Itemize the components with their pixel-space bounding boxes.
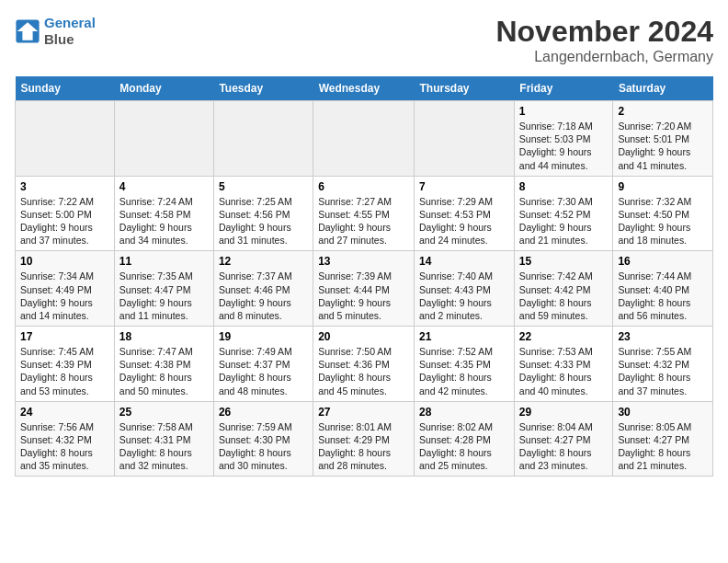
cell-w4-d4: 21Sunrise: 7:52 AM Sunset: 4:35 PM Dayli… [415,327,515,402]
day-number: 22 [519,330,609,343]
day-info: Sunrise: 7:24 AM Sunset: 4:58 PM Dayligh… [119,195,209,247]
header-tuesday: Tuesday [213,76,313,101]
day-info: Sunrise: 7:40 AM Sunset: 4:43 PM Dayligh… [419,270,509,322]
cell-w1-d3 [313,101,415,177]
day-number: 18 [119,330,209,343]
week-row-4: 17Sunrise: 7:45 AM Sunset: 4:39 PM Dayli… [16,327,713,402]
cell-w3-d3: 13Sunrise: 7:39 AM Sunset: 4:44 PM Dayli… [313,251,415,327]
calendar-body: 1Sunrise: 7:18 AM Sunset: 5:03 PM Daylig… [16,101,713,477]
day-number: 27 [318,406,409,419]
logo-line1: General [44,15,96,30]
day-number: 11 [119,255,209,268]
day-info: Sunrise: 7:37 AM Sunset: 4:46 PM Dayligh… [219,270,308,322]
day-info: Sunrise: 8:04 AM Sunset: 4:27 PM Dayligh… [519,420,609,473]
cell-w4-d3: 20Sunrise: 7:50 AM Sunset: 4:36 PM Dayli… [313,327,415,402]
day-number: 8 [519,180,609,193]
cell-w3-d1: 11Sunrise: 7:35 AM Sunset: 4:47 PM Dayli… [114,251,213,327]
day-number: 13 [318,255,409,268]
calendar-subtitle: Langendernbach, Germany [495,49,713,65]
day-number: 30 [618,406,708,419]
day-info: Sunrise: 7:18 AM Sunset: 5:03 PM Dayligh… [519,120,609,172]
logo: General Blue [15,15,96,48]
day-info: Sunrise: 7:20 AM Sunset: 5:01 PM Dayligh… [618,120,708,172]
page-header: General Blue November 2024 Langendernbac… [15,15,713,65]
calendar-header: Sunday Monday Tuesday Wednesday Thursday… [16,76,713,101]
day-number: 3 [20,180,109,193]
cell-w4-d5: 22Sunrise: 7:53 AM Sunset: 4:33 PM Dayli… [514,327,613,402]
day-number: 16 [618,255,708,268]
cell-w1-d1 [114,101,213,177]
day-number: 28 [419,406,509,419]
cell-w5-d1: 25Sunrise: 7:58 AM Sunset: 4:31 PM Dayli… [114,401,213,477]
header-monday: Monday [114,76,213,101]
cell-w5-d3: 27Sunrise: 8:01 AM Sunset: 4:29 PM Dayli… [313,401,415,477]
day-info: Sunrise: 7:44 AM Sunset: 4:40 PM Dayligh… [618,270,708,322]
day-info: Sunrise: 7:47 AM Sunset: 4:38 PM Dayligh… [119,345,209,397]
day-number: 14 [419,255,509,268]
day-number: 10 [20,255,109,268]
header-wednesday: Wednesday [313,76,415,101]
cell-w5-d5: 29Sunrise: 8:04 AM Sunset: 4:27 PM Dayli… [514,401,613,477]
day-info: Sunrise: 7:39 AM Sunset: 4:44 PM Dayligh… [318,270,409,322]
week-row-3: 10Sunrise: 7:34 AM Sunset: 4:49 PM Dayli… [16,251,713,327]
day-info: Sunrise: 7:45 AM Sunset: 4:39 PM Dayligh… [20,345,109,397]
cell-w4-d1: 18Sunrise: 7:47 AM Sunset: 4:38 PM Dayli… [114,327,213,402]
cell-w2-d1: 4Sunrise: 7:24 AM Sunset: 4:58 PM Daylig… [114,176,213,251]
day-number: 25 [119,406,209,419]
logo-line2: Blue [44,31,74,47]
cell-w2-d4: 7Sunrise: 7:29 AM Sunset: 4:53 PM Daylig… [415,176,515,251]
day-number: 26 [219,406,308,419]
cell-w5-d0: 24Sunrise: 7:56 AM Sunset: 4:32 PM Dayli… [16,401,115,477]
week-row-1: 1Sunrise: 7:18 AM Sunset: 5:03 PM Daylig… [16,101,713,177]
week-row-2: 3Sunrise: 7:22 AM Sunset: 5:00 PM Daylig… [16,176,713,251]
cell-w2-d5: 8Sunrise: 7:30 AM Sunset: 4:52 PM Daylig… [514,176,613,251]
day-number: 2 [618,105,708,118]
day-number: 24 [20,406,109,419]
header-sunday: Sunday [16,76,115,101]
calendar-title: November 2024 [495,15,713,49]
day-number: 4 [119,180,209,193]
day-info: Sunrise: 7:30 AM Sunset: 4:52 PM Dayligh… [519,195,609,247]
day-info: Sunrise: 7:56 AM Sunset: 4:32 PM Dayligh… [20,420,109,473]
day-info: Sunrise: 8:05 AM Sunset: 4:27 PM Dayligh… [618,420,708,473]
day-number: 19 [219,330,308,343]
logo-text: General Blue [44,15,96,48]
title-area: November 2024 Langendernbach, Germany [495,15,713,65]
cell-w3-d4: 14Sunrise: 7:40 AM Sunset: 4:43 PM Dayli… [415,251,515,327]
cell-w3-d0: 10Sunrise: 7:34 AM Sunset: 4:49 PM Dayli… [16,251,115,327]
cell-w4-d0: 17Sunrise: 7:45 AM Sunset: 4:39 PM Dayli… [16,327,115,402]
day-info: Sunrise: 7:55 AM Sunset: 4:32 PM Dayligh… [618,345,708,397]
day-info: Sunrise: 8:01 AM Sunset: 4:29 PM Dayligh… [318,420,409,473]
cell-w5-d2: 26Sunrise: 7:59 AM Sunset: 4:30 PM Dayli… [213,401,313,477]
day-number: 20 [318,330,409,343]
header-friday: Friday [514,76,613,101]
day-info: Sunrise: 7:42 AM Sunset: 4:42 PM Dayligh… [519,270,609,322]
day-info: Sunrise: 8:02 AM Sunset: 4:28 PM Dayligh… [419,420,509,473]
cell-w3-d2: 12Sunrise: 7:37 AM Sunset: 4:46 PM Dayli… [213,251,313,327]
day-number: 17 [20,330,109,343]
cell-w5-d4: 28Sunrise: 8:02 AM Sunset: 4:28 PM Dayli… [415,401,515,477]
day-info: Sunrise: 7:35 AM Sunset: 4:47 PM Dayligh… [119,270,209,322]
day-number: 6 [318,180,409,193]
day-info: Sunrise: 7:49 AM Sunset: 4:37 PM Dayligh… [219,345,308,397]
day-number: 21 [419,330,509,343]
cell-w3-d6: 16Sunrise: 7:44 AM Sunset: 4:40 PM Dayli… [613,251,713,327]
cell-w1-d0 [16,101,115,177]
day-info: Sunrise: 7:32 AM Sunset: 4:50 PM Dayligh… [618,195,708,247]
cell-w1-d2 [213,101,313,177]
day-number: 7 [419,180,509,193]
day-number: 15 [519,255,609,268]
cell-w1-d5: 1Sunrise: 7:18 AM Sunset: 5:03 PM Daylig… [514,101,613,177]
week-row-5: 24Sunrise: 7:56 AM Sunset: 4:32 PM Dayli… [16,401,713,477]
day-number: 1 [519,105,609,118]
day-info: Sunrise: 7:53 AM Sunset: 4:33 PM Dayligh… [519,345,609,397]
day-number: 12 [219,255,308,268]
day-number: 29 [519,406,609,419]
cell-w2-d6: 9Sunrise: 7:32 AM Sunset: 4:50 PM Daylig… [613,176,713,251]
cell-w1-d6: 2Sunrise: 7:20 AM Sunset: 5:01 PM Daylig… [613,101,713,177]
day-info: Sunrise: 7:58 AM Sunset: 4:31 PM Dayligh… [119,420,209,473]
day-info: Sunrise: 7:59 AM Sunset: 4:30 PM Dayligh… [219,420,308,473]
day-info: Sunrise: 7:34 AM Sunset: 4:49 PM Dayligh… [20,270,109,322]
day-info: Sunrise: 7:27 AM Sunset: 4:55 PM Dayligh… [318,195,409,247]
cell-w5-d6: 30Sunrise: 8:05 AM Sunset: 4:27 PM Dayli… [613,401,713,477]
